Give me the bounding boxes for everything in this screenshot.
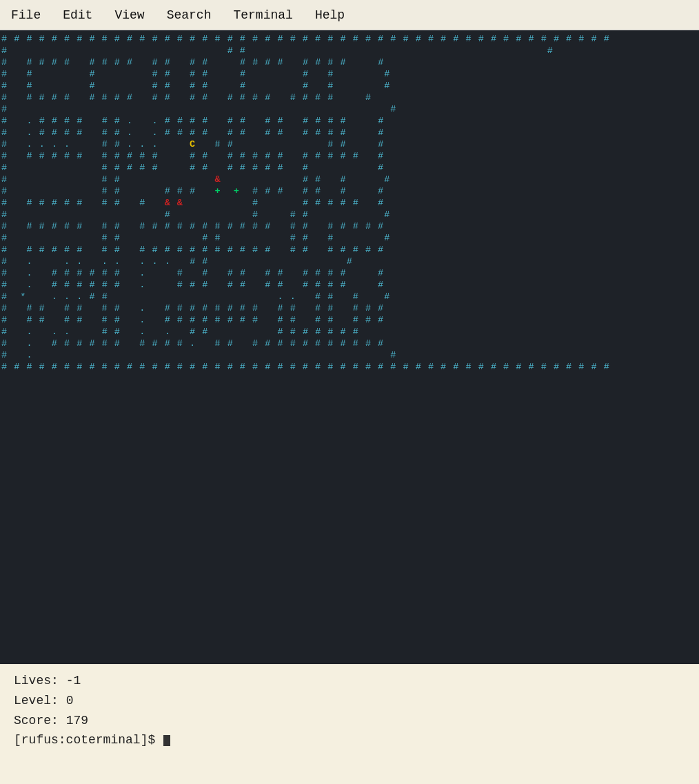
menu-terminal[interactable]: Terminal	[229, 6, 296, 25]
menubar: File Edit View Search Terminal Help	[0, 0, 699, 30]
lives-label: Lives:	[14, 674, 59, 688]
menu-search[interactable]: Search	[163, 6, 216, 25]
menu-file[interactable]: File	[7, 6, 45, 25]
cursor-block	[163, 735, 170, 746]
shell-prompt: [rufus:coterminal]$	[14, 733, 163, 747]
status-bar: Lives: -1 Level: 0 Score: 179 [rufus:cot…	[0, 664, 699, 784]
score-label: Score:	[14, 714, 59, 728]
menu-view[interactable]: View	[110, 6, 148, 25]
terminal-display: # # # # # # # # # # # # # # # # # # # # …	[0, 30, 699, 664]
score-line: Score: 179	[14, 711, 685, 731]
menu-edit[interactable]: Edit	[59, 6, 97, 25]
prompt-line: [rufus:coterminal]$	[14, 730, 685, 750]
menu-help[interactable]: Help	[311, 6, 349, 25]
lives-line: Lives: -1	[14, 671, 685, 691]
level-label: Level:	[14, 694, 59, 708]
level-line: Level: 0	[14, 691, 685, 711]
